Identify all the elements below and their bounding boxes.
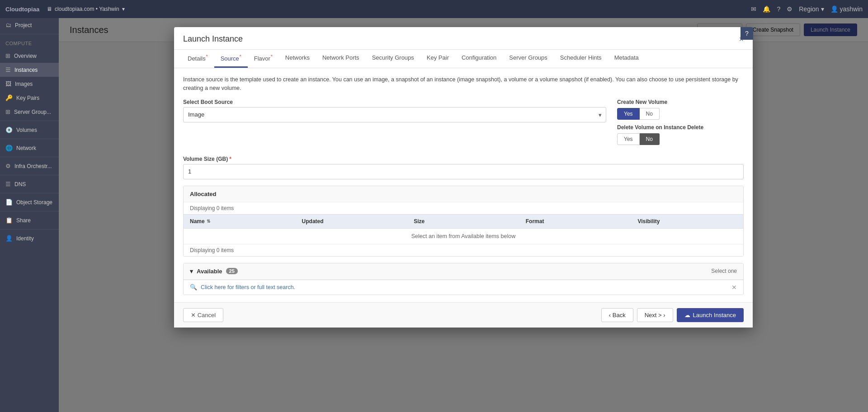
available-title: ▾ Available 25 xyxy=(190,268,238,275)
allocated-displaying-bottom: Displaying 0 items xyxy=(184,244,743,256)
volume-size-input[interactable] xyxy=(183,164,744,179)
images-icon: 🖼 xyxy=(5,80,11,87)
sidebar-item-infra[interactable]: ⚙ Infra Orchestr... xyxy=(0,159,59,173)
top-navigation: Cloudtopiaa 🖥 cloudtopiaa.com • Yashwin … xyxy=(0,0,868,18)
sidebar-item-object-storage[interactable]: 📄 Object Storage xyxy=(0,195,59,209)
modal-title: Launch Instance xyxy=(183,34,243,44)
source-info-text: Instance source is the template used to … xyxy=(183,75,744,93)
sidebar-item-label: Identity xyxy=(16,235,34,242)
sidebar-item-label: Project xyxy=(15,22,32,28)
tab-key-pair[interactable]: Key Pair xyxy=(420,50,455,68)
main-content: Instances More Actions Create Snapshot L… xyxy=(59,18,868,412)
available-search-input[interactable] xyxy=(201,284,728,290)
sidebar-item-network[interactable]: 🌐 Network xyxy=(0,141,59,155)
sidebar-item-label: Volumes xyxy=(16,127,37,133)
tab-networks[interactable]: Networks xyxy=(279,50,316,68)
tab-configuration[interactable]: Configuration xyxy=(455,50,503,68)
overview-icon: ⊞ xyxy=(5,52,10,59)
tab-security-groups[interactable]: Security Groups xyxy=(366,50,420,68)
modal-header: Launch Instance × xyxy=(174,27,753,50)
modal-tabs: Details* Source* Flavor* Networks Networ… xyxy=(174,50,753,68)
tab-details[interactable]: Details* xyxy=(181,50,214,68)
available-count-badge: 25 xyxy=(226,268,238,274)
modal-help-button[interactable]: ? xyxy=(741,27,753,40)
available-search-wrapper: 🔍 ✕ xyxy=(184,280,743,295)
sidebar-item-label: Images xyxy=(15,81,33,87)
messages-icon[interactable]: ✉ xyxy=(751,5,756,13)
sidebar-item-label: Network xyxy=(16,145,36,151)
top-nav-right: ✉ 🔔 ? ⚙ Region ▾ 👤 yashwin xyxy=(751,5,863,13)
sidebar-item-overview[interactable]: ⊞ Overview xyxy=(0,49,59,63)
create-volume-no-btn[interactable]: No xyxy=(640,108,660,120)
volumes-icon: 💿 xyxy=(5,126,13,133)
available-header: ▾ Available 25 Select one xyxy=(184,263,743,280)
back-button[interactable]: Back xyxy=(601,308,633,322)
sidebar-item-images[interactable]: 🖼 Images xyxy=(0,77,59,91)
delete-volume-yes-btn[interactable]: Yes xyxy=(617,133,640,145)
notifications-icon[interactable]: 🔔 xyxy=(763,5,770,13)
sidebar-item-key-pairs[interactable]: 🔑 Key Pairs xyxy=(0,91,59,105)
delete-volume-toggle: Yes No xyxy=(617,133,744,145)
sidebar-item-instances[interactable]: ☰ Instances xyxy=(0,63,59,77)
sidebar-item-server-groups[interactable]: ⊞ Server Group... xyxy=(0,105,59,119)
create-volume-yes-btn[interactable]: Yes xyxy=(617,108,640,120)
tab-metadata[interactable]: Metadata xyxy=(608,50,645,68)
allocated-table-header: Name ⇅ Updated Size Format Visibility xyxy=(184,214,743,229)
boot-source-label: Select Boot Source xyxy=(183,99,606,105)
boot-source-select-wrapper: Image xyxy=(183,107,606,122)
region-selector[interactable]: Region ▾ xyxy=(799,5,824,13)
source-required-marker: * xyxy=(240,54,241,59)
th-size: Size xyxy=(407,215,519,228)
sidebar-item-label: Server Group... xyxy=(14,109,51,115)
sidebar-item-label: Infra Orchestr... xyxy=(14,163,52,169)
help-icon[interactable]: ? xyxy=(777,5,780,13)
tab-flavor[interactable]: Flavor* xyxy=(248,50,279,68)
form-volume-row: Volume Size (GB) * xyxy=(183,156,744,179)
launch-icon: ☁ xyxy=(684,312,690,318)
next-button[interactable]: Next > xyxy=(637,308,673,322)
allocated-displaying-top: Displaying 0 items xyxy=(184,202,743,214)
th-updated: Updated xyxy=(296,215,408,228)
sidebar-item-share[interactable]: 📋 Share xyxy=(0,213,59,227)
sidebar-item-volumes[interactable]: 💿 Volumes xyxy=(0,123,59,137)
sidebar-item-dns[interactable]: ☰ DNS xyxy=(0,177,59,191)
select-one-label: Select one xyxy=(711,268,737,274)
object-storage-icon: 📄 xyxy=(5,199,13,206)
tab-network-ports[interactable]: Network Ports xyxy=(316,50,366,68)
volume-size-required-marker: * xyxy=(229,156,231,162)
compute-section-header: Compute xyxy=(0,36,59,49)
user-menu[interactable]: 👤 yashwin xyxy=(830,5,863,13)
sidebar-item-identity[interactable]: 👤 Identity xyxy=(0,231,59,245)
volume-size-label: Volume Size (GB) * xyxy=(183,156,744,162)
volume-size-group: Volume Size (GB) * xyxy=(183,156,744,179)
context-label: 🖥 cloudtopiaa.com • Yashwin ▾ xyxy=(47,6,125,12)
sidebar-item-label: Object Storage xyxy=(16,199,52,206)
tab-source[interactable]: Source* xyxy=(214,50,248,68)
search-icon: 🔍 xyxy=(190,284,197,290)
server-groups-icon: ⊞ xyxy=(5,108,10,115)
boot-source-select[interactable]: Image xyxy=(183,107,606,122)
sidebar-item-label: Share xyxy=(16,217,31,224)
allocated-section: Allocated Displaying 0 items Name ⇅ Upda… xyxy=(183,186,744,257)
delete-volume-no-btn[interactable]: No xyxy=(640,133,660,145)
tab-server-groups[interactable]: Server Groups xyxy=(503,50,554,68)
context-icon: 🖥 xyxy=(47,6,52,12)
allocated-empty-message: Select an item from Available items belo… xyxy=(184,229,743,244)
modal-footer: Cancel Back Next > ☁Launch Instance xyxy=(174,302,753,328)
sidebar-item-label: Overview xyxy=(14,53,37,59)
available-label: Available xyxy=(197,268,222,275)
name-sort-icon: ⇅ xyxy=(207,219,210,224)
launch-instance-button[interactable]: ☁Launch Instance xyxy=(677,308,744,322)
key-pairs-icon: 🔑 xyxy=(5,94,13,101)
settings-icon[interactable]: ⚙ xyxy=(787,5,793,13)
tab-scheduler-hints[interactable]: Scheduler Hints xyxy=(554,50,608,68)
sidebar: 🗂 Project Compute ⊞ Overview ☰ Instances… xyxy=(0,18,59,412)
available-section: ▾ Available 25 Select one 🔍 ✕ xyxy=(183,263,744,295)
cancel-button[interactable]: Cancel xyxy=(183,308,223,322)
identity-icon: 👤 xyxy=(5,235,13,242)
search-clear-button[interactable]: ✕ xyxy=(731,284,737,291)
available-chevron-icon[interactable]: ▾ xyxy=(190,268,193,275)
sidebar-item-project[interactable]: 🗂 Project xyxy=(0,18,59,32)
th-name[interactable]: Name ⇅ xyxy=(184,215,296,228)
allocated-header: Allocated xyxy=(184,186,743,202)
